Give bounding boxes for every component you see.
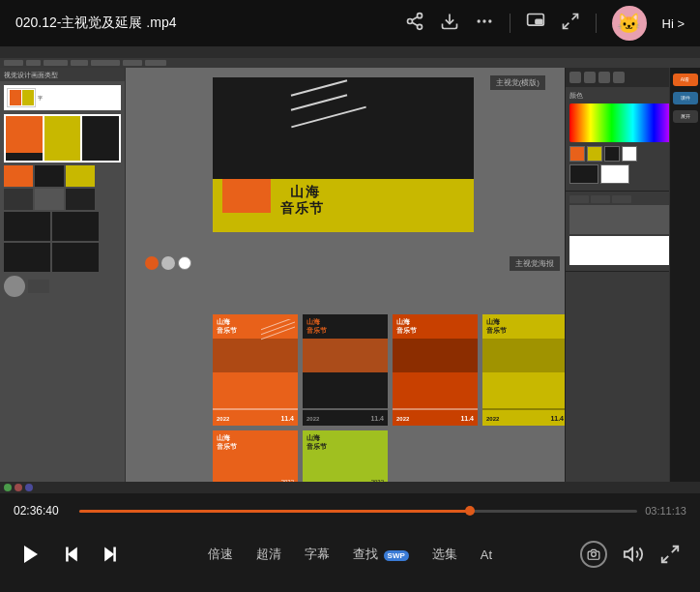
status-dot: [4, 484, 12, 491]
toolbar-item: [91, 60, 120, 66]
swatch-black: [604, 146, 620, 162]
svg-line-12: [563, 22, 569, 28]
svg-point-18: [592, 552, 597, 557]
thumb: [4, 165, 33, 187]
search-label[interactable]: 查找 SWP: [353, 546, 409, 563]
progress-area: 02:36:40 03:11:13: [0, 493, 700, 528]
svg-line-11: [571, 14, 577, 19]
video-area: 视觉设计画面类型 字: [0, 46, 700, 493]
sp-date2-3: 11.4: [460, 415, 474, 422]
svg-line-20: [672, 547, 678, 552]
speed-label[interactable]: 倍速: [208, 546, 233, 563]
sw-status-bar: [0, 482, 700, 493]
course-btn-label: 课件: [675, 95, 696, 102]
swatch-black-large: [569, 164, 598, 184]
select-label[interactable]: 选集: [432, 546, 457, 563]
canvas-title: 主视觉(横版): [490, 75, 545, 90]
toolbar-item: [123, 60, 142, 66]
design-card-1: 字: [4, 85, 121, 110]
prop-item: [591, 195, 610, 203]
prop-item: [612, 195, 631, 203]
svg-marker-16: [104, 548, 114, 562]
sp-date2-4: 11.4: [550, 415, 564, 422]
progress-track[interactable]: [79, 510, 637, 513]
video-title: 020.12-主视觉及延展 .mp4: [15, 15, 177, 32]
svg-point-2: [417, 24, 422, 29]
divider2: [596, 14, 597, 33]
sp-date: 2022: [217, 416, 229, 422]
screenshot-icon: [580, 541, 607, 568]
ai-btn[interactable]: AI看: [673, 74, 698, 86]
control-bar: 倍速 超清 字幕 查找 SWP 选集 At: [0, 528, 700, 580]
progress-dot: [465, 506, 475, 516]
poster-text-1: 山海: [290, 184, 321, 201]
download-icon[interactable]: [440, 12, 459, 36]
share-icon[interactable]: [405, 12, 424, 36]
prop-item: [569, 195, 589, 203]
progress-fill: [79, 510, 470, 513]
expand-btn-label: 展开: [675, 113, 696, 120]
status-dot-2: [15, 484, 22, 491]
sw-left-panel: 视觉设计画面类型 字: [0, 68, 126, 493]
toolbar-item: [44, 60, 68, 66]
sw-toolbar-inner: [0, 58, 700, 68]
thumb-wide: [52, 212, 99, 241]
sp-bar-2: [303, 408, 388, 410]
small-poster-2: 山海音乐节 2022 11.4: [303, 314, 388, 426]
fullscreen-icon[interactable]: [561, 12, 580, 36]
poster-text-2: 音乐节: [280, 200, 324, 218]
svg-point-7: [482, 19, 485, 22]
sp-label: 山海音乐节: [217, 317, 237, 335]
avatar-button[interactable]: 🐱: [612, 6, 647, 41]
more-icon[interactable]: [475, 12, 494, 36]
svg-line-4: [412, 16, 418, 19]
quality-label[interactable]: 超清: [256, 546, 281, 563]
swatch-white: [622, 146, 637, 162]
volume-button[interactable]: [623, 544, 644, 565]
ctrl-center: 倍速 超清 字幕 查找 SWP 选集 At: [208, 546, 492, 563]
deco-circle-gray: [161, 256, 175, 270]
svg-line-3: [412, 22, 418, 25]
thumb: [35, 165, 64, 187]
svg-marker-19: [625, 548, 632, 561]
sp-bar: [213, 408, 298, 410]
course-btn[interactable]: 课件: [673, 92, 698, 104]
play-button[interactable]: [19, 543, 43, 566]
expand-btn[interactable]: 展开: [673, 110, 698, 123]
thumb-row-4: [4, 243, 121, 272]
prev-button[interactable]: [62, 545, 81, 564]
pip-icon[interactable]: [526, 12, 545, 36]
top-bar: 020.12-主视觉及延展 .mp4: [0, 0, 700, 46]
sp-block-2: [303, 339, 388, 372]
current-time: 02:36:40: [14, 504, 72, 518]
right-tb-btn: [598, 72, 610, 83]
sp-date-3: 2022: [396, 416, 409, 422]
svg-line-21: [662, 556, 668, 562]
toolbar-item: [71, 60, 88, 66]
end-time: 03:11:13: [645, 505, 686, 517]
deco-circle-white: [178, 256, 191, 270]
at-label[interactable]: At: [481, 548, 492, 562]
video-content: 视觉设计画面类型 字: [0, 46, 700, 493]
fullscreen-button[interactable]: [659, 544, 681, 565]
right-tb-btn: [613, 72, 625, 83]
sp-label-3: 山海音乐节: [396, 317, 417, 335]
subtitle-label[interactable]: 字幕: [305, 546, 330, 563]
search-text: 查找: [353, 547, 378, 561]
next-button[interactable]: [101, 545, 120, 564]
swatch-orange: [569, 146, 585, 162]
thumb-small-row: [4, 276, 121, 297]
sp-label-2: 山海音乐节: [306, 317, 327, 335]
svg-rect-10: [536, 19, 542, 23]
poster-block: [348, 77, 474, 126]
sp-date2-2: 11.4: [370, 415, 384, 422]
hi-label[interactable]: Hi >: [662, 16, 685, 31]
thumb-row-2: [4, 189, 121, 210]
top-bar-actions: 🐱 Hi >: [405, 6, 685, 41]
small-poster-5: 山海音乐节 2022: [213, 430, 298, 488]
sp-bar-3: [393, 408, 478, 410]
thumb-wide: [4, 243, 50, 272]
screenshot-button[interactable]: [580, 541, 607, 568]
thumb-wide: [4, 212, 50, 241]
thumb-wide: [52, 243, 99, 272]
